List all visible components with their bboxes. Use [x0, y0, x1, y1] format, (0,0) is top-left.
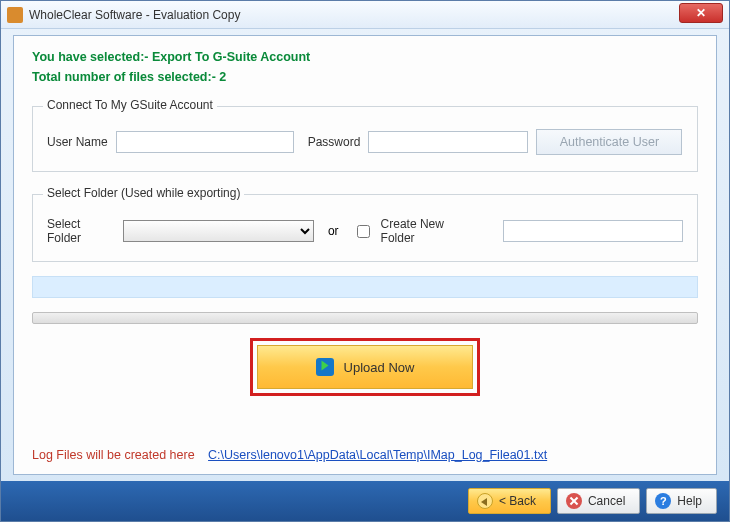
content-area: You have selected:- Export To G-Suite Ac… [13, 35, 717, 475]
log-label: Log Files will be created here [32, 448, 195, 462]
help-icon: ? [655, 493, 671, 509]
app-window: WholeClear Software - Evaluation Copy ✕ … [0, 0, 730, 522]
close-button[interactable]: ✕ [679, 3, 723, 23]
upload-area: Upload Now [32, 338, 698, 396]
select-folder-dropdown[interactable] [123, 220, 314, 242]
progress-bar [32, 312, 698, 324]
back-label: < Back [499, 494, 536, 508]
username-input[interactable] [116, 131, 294, 153]
cancel-label: Cancel [588, 494, 625, 508]
upload-label: Upload Now [344, 360, 415, 375]
folder-fieldset: Select Folder (Used while exporting) Sel… [32, 194, 698, 262]
back-button[interactable]: < Back [468, 488, 551, 514]
new-folder-input[interactable] [503, 220, 683, 242]
username-label: User Name [47, 135, 108, 149]
status-bar [32, 276, 698, 298]
select-folder-label: Select Folder [47, 217, 115, 245]
selection-summary: You have selected:- Export To G-Suite Ac… [32, 50, 698, 64]
footer-bar: < Back Cancel ? Help [1, 481, 729, 521]
authenticate-button: Authenticate User [536, 129, 682, 155]
create-folder-label: Create New Folder [381, 217, 477, 245]
connect-fieldset: Connect To My GSuite Account User Name P… [32, 106, 698, 172]
window-title: WholeClear Software - Evaluation Copy [29, 8, 240, 22]
upload-now-button[interactable]: Upload Now [257, 345, 473, 389]
connect-legend: Connect To My GSuite Account [43, 98, 217, 112]
file-count-summary: Total number of files selected:- 2 [32, 70, 698, 84]
help-label: Help [677, 494, 702, 508]
cancel-icon [566, 493, 582, 509]
password-input[interactable] [368, 131, 528, 153]
log-path-link[interactable]: C:\Users\lenovo1\AppData\Local\Temp\IMap… [208, 448, 547, 462]
log-line: Log Files will be created here C:\Users\… [32, 448, 547, 462]
title-bar: WholeClear Software - Evaluation Copy [1, 1, 729, 29]
app-icon [7, 7, 23, 23]
create-folder-checkbox[interactable] [357, 225, 370, 238]
upload-highlight: Upload Now [250, 338, 480, 396]
cancel-button[interactable]: Cancel [557, 488, 640, 514]
back-icon [477, 493, 493, 509]
password-label: Password [308, 135, 361, 149]
or-label: or [328, 224, 339, 238]
folder-legend: Select Folder (Used while exporting) [43, 186, 244, 200]
help-button[interactable]: ? Help [646, 488, 717, 514]
upload-icon [316, 358, 334, 376]
